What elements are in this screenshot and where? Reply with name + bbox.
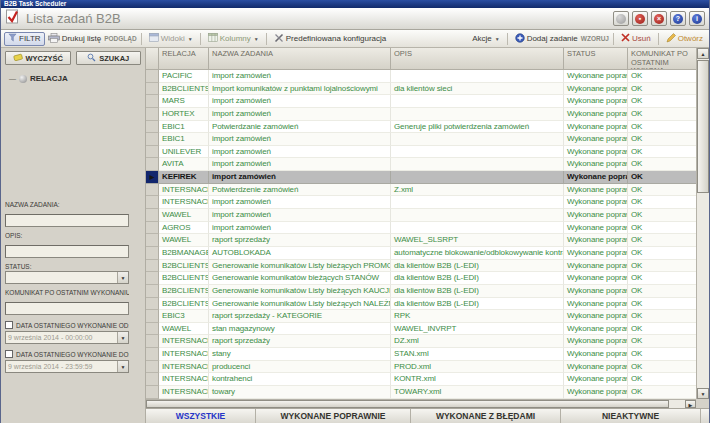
scroll-down-icon[interactable]: ▼ — [697, 388, 709, 399]
table-row[interactable]: B2BCLIENTSImport komunikatów z punktami … — [146, 83, 698, 96]
open-button[interactable]: Otwórz — [663, 32, 706, 46]
delete-button[interactable]: Usuń — [618, 32, 654, 45]
chevron-down-icon[interactable]: ▼ — [117, 272, 128, 283]
date-to-select[interactable]: 9 września 2014 - 23:59:59 ▼ — [5, 360, 129, 373]
run-button[interactable] — [613, 11, 629, 26]
column-header-opis[interactable]: OPIS — [391, 48, 564, 70]
date-from-select[interactable]: 9 września 2014 - 00:00:00 ▼ — [5, 331, 129, 344]
cell-nazwa: Potwierdzanie zamówień — [209, 121, 391, 134]
table-row[interactable]: WAWELstan magazynowyWAWEL_INVRPTWykonane… — [146, 323, 698, 336]
row-selector[interactable] — [146, 348, 159, 361]
table-row[interactable]: EBIC1import zamówieńWykonane poprawnieOK — [146, 133, 698, 146]
row-selector[interactable] — [146, 373, 159, 386]
row-selector[interactable] — [146, 83, 159, 96]
table-row[interactable]: PACIFICimport zamówieńWykonane poprawnie… — [146, 70, 698, 83]
horizontal-scroll-thumb[interactable] — [146, 400, 669, 408]
task-name-input[interactable] — [5, 214, 129, 227]
row-selector[interactable] — [146, 209, 159, 222]
row-selector[interactable] — [146, 146, 159, 159]
scroll-right-icon[interactable]: ▶ — [685, 400, 696, 408]
description-input[interactable] — [5, 245, 129, 258]
table-row[interactable]: EBIC3raport sprzedaży - KATEGORIERPKWyko… — [146, 310, 698, 323]
table-row[interactable]: AVITAimport zamówieńWykonane poprawnieOK — [146, 158, 698, 171]
row-selector[interactable] — [146, 184, 159, 197]
column-header-komunikat[interactable]: KOMUNIKAT PO OSTATNIM WYKONA — [628, 48, 698, 70]
row-selector[interactable] — [146, 108, 159, 121]
row-selector[interactable] — [146, 335, 159, 348]
column-header-status[interactable]: STATUS — [564, 48, 628, 70]
row-selector[interactable] — [146, 272, 159, 285]
table-row[interactable]: UNILEVERimport zamówieńWykonane poprawni… — [146, 146, 698, 159]
table-row[interactable]: B2BMANAGERAUTOBLOKADAautomatyczne blokow… — [146, 247, 698, 260]
duplicate-button[interactable]: WZORUJ — [581, 35, 609, 42]
column-header-relacja[interactable]: RELACJA — [159, 48, 209, 70]
table-row[interactable]: INTERSNACKtowaryTOWARY.xmlWykonane popra… — [146, 386, 698, 399]
relation-tree-node[interactable]: — RELACJA — [1, 68, 145, 83]
vertical-scroll-thumb[interactable] — [697, 60, 709, 193]
date-to-checkbox[interactable] — [5, 350, 13, 358]
info-icon[interactable]: i — [689, 11, 705, 26]
table-row[interactable]: INTERSNACKraport sprzedażyDZ.xmlWykonane… — [146, 335, 698, 348]
predefined-config-button[interactable]: Predefiniowana konfiguracja — [271, 32, 390, 46]
table-row[interactable]: INTERSNACKkontrahenciKONTR.xmlWykonane p… — [146, 373, 698, 386]
stop-button[interactable]: ▪ — [632, 11, 648, 26]
row-selector[interactable] — [146, 158, 159, 171]
search-button[interactable]: SZUKAJ — [76, 51, 142, 65]
row-selector[interactable] — [146, 386, 159, 399]
row-selector[interactable] — [146, 323, 159, 336]
chevron-down-icon[interactable]: ▼ — [117, 361, 128, 372]
table-row[interactable]: WAWELimport zamówieńWykonane poprawnieOK — [146, 209, 698, 222]
row-selector[interactable] — [146, 222, 159, 235]
filter-button[interactable]: FILTR — [4, 32, 45, 46]
row-selector[interactable] — [146, 133, 159, 146]
vertical-scrollbar[interactable]: ▲ ▼ — [696, 48, 709, 399]
row-selector[interactable] — [146, 234, 159, 247]
close-icon[interactable]: × — [651, 11, 667, 26]
message-input[interactable] — [5, 302, 129, 315]
row-selector[interactable] — [146, 196, 159, 209]
row-selector[interactable] — [146, 260, 159, 273]
horizontal-scrollbar[interactable]: ▶ — [146, 399, 696, 408]
chevron-down-icon[interactable]: ▼ — [117, 332, 128, 343]
tab-wszystkie[interactable]: WSZYSTKIE — [146, 409, 256, 423]
columns-button[interactable]: Kolumny▼ — [205, 32, 262, 45]
preview-button[interactable]: PODGLĄD — [104, 35, 137, 42]
table-row[interactable]: B2BCLIENTSGenerowanie komunikatów Listy … — [146, 285, 698, 298]
print-list-button[interactable]: Drukuj listę — [45, 32, 105, 46]
table-row[interactable]: MARSimport zamówieńWykonane poprawnieOK — [146, 95, 698, 108]
actions-menu[interactable]: Akcje▼ — [469, 33, 503, 44]
scroll-up-icon[interactable]: ▲ — [697, 48, 709, 59]
row-selector[interactable] — [146, 361, 159, 374]
table-row[interactable]: HORTEXimport zamówieńWykonane poprawnieO… — [146, 108, 698, 121]
views-button[interactable]: Widoki▼ — [146, 32, 196, 45]
table-row[interactable]: WAWELraport sprzedażyWAWEL_SLSRPTWykonan… — [146, 234, 698, 247]
tab-nieaktywne[interactable]: NIEAKTYWNE — [561, 409, 701, 423]
tree-expander-icon[interactable]: — — [9, 75, 16, 82]
row-selector[interactable] — [146, 70, 159, 83]
table-row[interactable]: INTERSNACKimport zamówieńWykonane popraw… — [146, 196, 698, 209]
tab-wykonane-poprawnie[interactable]: WYKONANE POPRAWNIE — [256, 409, 411, 423]
row-selector[interactable] — [146, 310, 159, 323]
table-row[interactable]: AGROSimport zamówieńWykonane poprawnieOK — [146, 222, 698, 235]
table-row[interactable]: B2BCLIENTSGenerowanie komunikatów Listy … — [146, 260, 698, 273]
row-selector[interactable] — [146, 95, 159, 108]
help-icon[interactable]: ? — [670, 11, 686, 26]
row-selector[interactable] — [146, 247, 159, 260]
table-row[interactable]: B2BCLIENTSGenerowanie komunikatów bieżąc… — [146, 272, 698, 285]
table-row[interactable]: EBIC1Potwierdzanie zamówieńGeneruje plik… — [146, 121, 698, 134]
tab-wykonane-z-bledami[interactable]: WYKONANE Z BŁĘDAMI — [411, 409, 561, 423]
status-select[interactable]: ▼ — [5, 271, 129, 284]
row-selector[interactable] — [146, 298, 159, 311]
row-selector-current[interactable]: ▶ — [146, 171, 159, 184]
table-row[interactable]: INTERSNACKPotwierdzenie zamówieńZ.xmlWyk… — [146, 184, 698, 197]
date-from-checkbox[interactable] — [5, 321, 13, 329]
clear-filter-button[interactable]: WYCZYŚĆ — [5, 51, 71, 65]
column-header-nazwa[interactable]: NAZWA ZADANIA — [209, 48, 391, 70]
table-row[interactable]: INTERSNACKproducenciPROD.xmlWykonane pop… — [146, 361, 698, 374]
table-row[interactable]: B2BCLIENTSGenerowanie komunikatów Listy … — [146, 298, 698, 311]
table-row[interactable]: ▶KEFIREKimport zamówieńWykonane poprawni… — [146, 171, 698, 184]
table-row[interactable]: INTERSNACKstanySTAN.xmlWykonane poprawni… — [146, 348, 698, 361]
row-selector[interactable] — [146, 285, 159, 298]
row-selector[interactable] — [146, 121, 159, 134]
add-task-button[interactable]: Dodaj zadanie — [512, 32, 581, 46]
